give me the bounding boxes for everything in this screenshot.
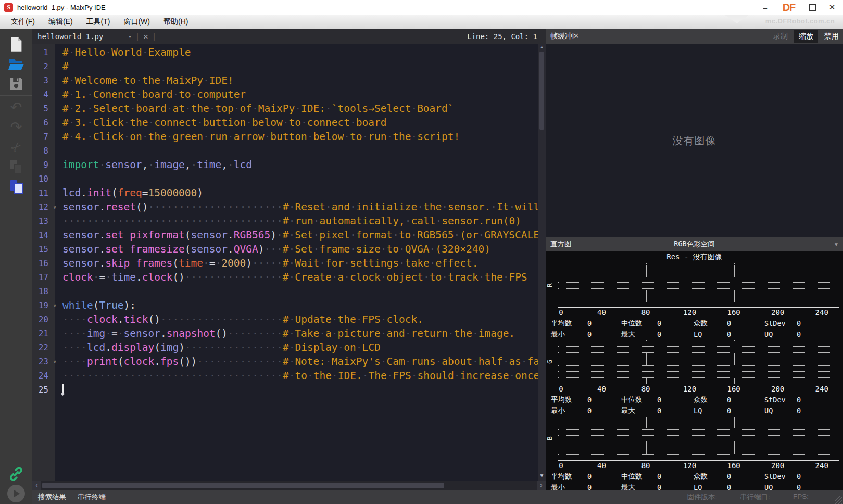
new-file-button[interactable]	[0, 34, 32, 54]
statusbar-right-labels: 固件版本:串行端口:FPS:	[687, 493, 843, 502]
stat-label: LQ	[694, 483, 727, 490]
stat-value: 0	[797, 319, 843, 327]
stat-value: 0	[727, 396, 764, 404]
line-number: 23∨	[32, 355, 55, 369]
cut-button[interactable]: ✂	[0, 137, 32, 157]
tab-close-icon[interactable]: ✕	[144, 32, 148, 41]
editor-vertical-scrollbar[interactable]: ▲ ▼	[538, 44, 546, 481]
stat-label: 平均数	[551, 395, 587, 405]
editor-horizontal-scrollbar[interactable]: ‹ ›	[32, 481, 546, 490]
statusbar-tab-0[interactable]: 搜索结果	[32, 493, 72, 502]
vertical-scroll-thumb[interactable]	[539, 52, 544, 130]
resize-grip[interactable]	[835, 496, 842, 504]
line-number: 16	[32, 256, 55, 270]
editor-tab-bar: helloworld_1.py ▾ | ✕ | Line: 25, Col: 1	[32, 29, 546, 44]
menu-item-1[interactable]: 编辑(E)	[42, 17, 80, 27]
copy-icon	[10, 160, 22, 173]
dfrobot-brand-logo: DF	[777, 2, 800, 14]
x-tick-label: 240	[815, 308, 828, 317]
tab-dropdown-icon[interactable]: ▾	[128, 34, 131, 40]
statusbar-tab-1[interactable]: 串行终端	[72, 493, 111, 502]
fb-button-1[interactable]: 缩放	[794, 30, 818, 43]
stat-label: LQ	[694, 407, 727, 415]
toolbar-sidebar: ↶ ↷ ✂	[0, 29, 32, 504]
histogram-plot-G: G	[558, 340, 839, 384]
code-line: ····clock.tick()····················#·Up…	[62, 312, 546, 326]
x-tick-label: 0	[559, 385, 563, 393]
tab-helloworld[interactable]: helloworld_1.py ▾ | ✕ |	[32, 32, 160, 41]
open-file-button[interactable]	[0, 54, 32, 74]
x-tick-label: 80	[641, 461, 650, 470]
stat-label: 众数	[694, 395, 727, 405]
close-button[interactable]: ✕	[824, 1, 840, 14]
menu-item-3[interactable]: 窗口(W)	[117, 17, 157, 27]
stat-value: 0	[657, 472, 694, 481]
statusbar-left-tabs: 搜索结果串行终端	[32, 493, 111, 502]
code-line: clock·=·time.clock()················#·Cr…	[62, 270, 546, 284]
maximize-button[interactable]	[804, 1, 820, 14]
code-line: import·sensor,·image,·time,·lcd	[62, 158, 546, 172]
menu-item-4[interactable]: 帮助(H)	[157, 17, 195, 27]
x-axis: 04080120160200240	[558, 384, 839, 394]
copy-button[interactable]	[0, 157, 32, 177]
code-line: ····································#·to…	[62, 369, 546, 383]
menu-item-2[interactable]: 工具(T)	[80, 17, 117, 27]
tab-separator: |	[135, 32, 140, 41]
code-line: ····img·=·sensor.snapshot()·········#·Ta…	[62, 326, 546, 341]
code-line	[62, 144, 546, 158]
colorspace-select[interactable]: RGB色彩空间	[546, 240, 843, 249]
play-icon	[7, 485, 25, 502]
open-folder-icon	[8, 57, 24, 71]
histogram-plot-B: B	[558, 417, 839, 461]
stats-row: 最小0最大0LQ0UQ0	[546, 482, 843, 490]
run-script-button[interactable]	[0, 484, 32, 503]
fold-marker-icon[interactable]: ∨	[54, 299, 56, 313]
line-number: 14	[32, 228, 55, 242]
connect-board-button[interactable]	[0, 464, 32, 484]
line-number: 25	[32, 383, 55, 397]
scroll-right-icon[interactable]: ›	[537, 481, 546, 490]
fold-marker-icon[interactable]: ∨	[54, 355, 56, 369]
code-line: sensor.set_framesize(sensor.QVGA)···#·Se…	[62, 242, 546, 256]
horizontal-scroll-thumb[interactable]	[42, 483, 444, 488]
frame-buffer-panel: 帧缓冲区 录制缩放禁用 没有图像 RGB色彩空间 直方图 ▼ Res - 没有图…	[546, 29, 843, 490]
code-line: #·Hello·World·Example	[62, 45, 546, 59]
stat-label: StDev	[764, 396, 797, 404]
line-number: 9	[32, 158, 55, 172]
y-axis-label: R	[546, 283, 553, 287]
code-editor[interactable]: 123456789101112∨13141516171819∨20212223∨…	[32, 44, 546, 481]
redo-button[interactable]: ↷	[0, 117, 32, 137]
minimize-button[interactable]: –	[758, 1, 773, 14]
line-number: 17	[32, 270, 55, 284]
scroll-down-icon[interactable]: ▼	[539, 473, 545, 481]
x-tick-label: 40	[597, 461, 606, 470]
new-file-icon	[9, 36, 23, 52]
sidebar-divider	[0, 95, 32, 96]
frame-buffer-title: 帧缓冲区	[550, 32, 580, 41]
line-number: 5	[32, 102, 55, 116]
code-area[interactable]: #·Hello·World·Example##·Welcome·to·the·M…	[55, 44, 546, 481]
stat-label: 最大	[621, 330, 657, 339]
stat-value: 0	[657, 319, 694, 327]
code-line: #·1.·Conenct·board·to·computer	[62, 87, 546, 102]
fb-button-2[interactable]: 禁用	[824, 32, 839, 41]
scroll-left-icon[interactable]: ‹	[32, 481, 41, 490]
histogram-channel-B: B04080120160200240平均数0中位数0众数0StDev0最小0最大…	[546, 417, 843, 490]
save-file-button[interactable]	[0, 74, 32, 94]
paste-button[interactable]	[0, 177, 32, 196]
statusbar-info-2: FPS:	[793, 493, 809, 502]
menu-items: 文件(F)编辑(E)工具(T)窗口(W)帮助(H)	[4, 17, 195, 27]
stat-label: 中位数	[621, 395, 657, 405]
code-line	[62, 383, 546, 397]
stat-value: 0	[727, 472, 764, 481]
x-axis: 04080120160200240	[558, 308, 839, 318]
menu-item-0[interactable]: 文件(F)	[4, 17, 42, 27]
scroll-up-icon[interactable]: ▲	[540, 44, 544, 51]
fold-marker-icon[interactable]: ∨	[54, 200, 56, 215]
stat-label: StDev	[764, 472, 797, 481]
x-tick-label: 80	[641, 385, 650, 393]
colorspace-dropdown-icon[interactable]: ▼	[834, 242, 843, 247]
x-tick-label: 160	[727, 308, 740, 317]
undo-button[interactable]: ↶	[0, 97, 32, 117]
stat-label: LQ	[694, 330, 727, 338]
